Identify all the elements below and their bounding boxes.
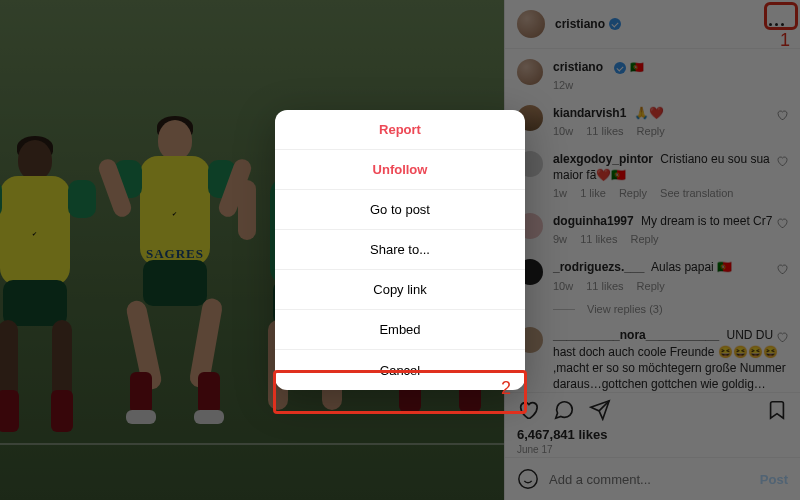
menu-embed[interactable]: Embed bbox=[275, 310, 525, 350]
menu-cancel[interactable]: Cancel bbox=[275, 350, 525, 390]
app-root: ✔ ✔SAGRES bbox=[0, 0, 800, 500]
menu-copy-link[interactable]: Copy link bbox=[275, 270, 525, 310]
menu-share-to[interactable]: Share to... bbox=[275, 230, 525, 270]
menu-report[interactable]: Report bbox=[275, 110, 525, 150]
options-modal: Report Unfollow Go to post Share to... C… bbox=[275, 110, 525, 390]
menu-go-to-post[interactable]: Go to post bbox=[275, 190, 525, 230]
menu-unfollow[interactable]: Unfollow bbox=[275, 150, 525, 190]
